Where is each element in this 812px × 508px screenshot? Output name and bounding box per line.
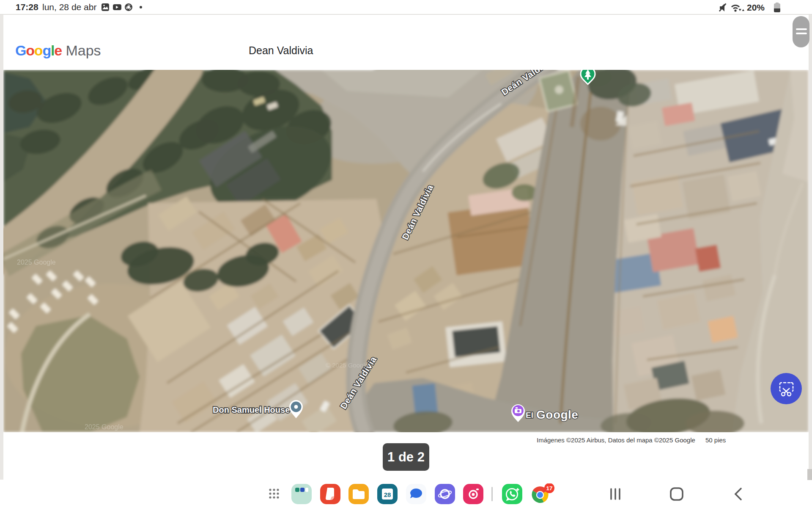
svg-text:17: 17	[546, 485, 552, 491]
svg-text:28: 28	[384, 491, 391, 498]
svg-text:Don Samuel House: Don Samuel House	[213, 405, 290, 414]
svg-text:2025 Google: 2025 Google	[85, 423, 123, 431]
svg-text:© 2025 Google: © 2025 Google	[326, 362, 368, 369]
svg-text:Google: Google	[536, 408, 578, 421]
svg-text:20%: 20%	[747, 3, 765, 12]
svg-text:El: El	[526, 411, 533, 420]
svg-text:2025 Google: 2025 Google	[17, 259, 56, 266]
